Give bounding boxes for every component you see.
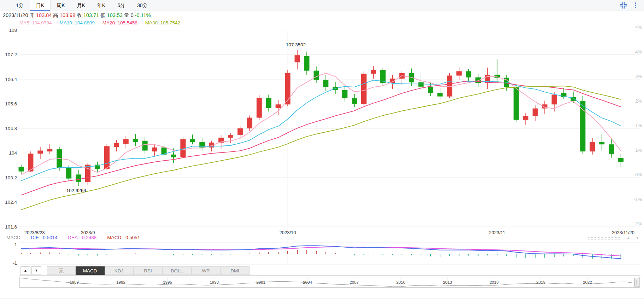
scrubber-year-2007: 2007 — [350, 280, 359, 284]
svg-text:106.4: 106.4 — [5, 77, 17, 82]
scrubber-year-1998: 1998 — [210, 280, 219, 284]
macd-dif-value: DIF: -0.5014 — [31, 235, 58, 240]
svg-text:104: 104 — [9, 150, 17, 156]
svg-text:108: 108 — [9, 28, 17, 33]
svg-text:1%: 1% — [635, 148, 642, 153]
scrubber-year-2019: 2019 — [536, 280, 545, 284]
svg-text:3%: 3% — [635, 74, 642, 79]
history-mini-chart — [20, 277, 639, 287]
indicator-toolbar: ▲ ▼ 无MACDKDJRSIBOLLWRDMI — [21, 266, 250, 275]
svg-text:104.8: 104.8 — [5, 126, 17, 131]
svg-text:102.4: 102.4 — [5, 200, 17, 205]
svg-text:103.2: 103.2 — [5, 175, 17, 180]
svg-text:-2%: -2% — [634, 221, 642, 226]
svg-text:4%: 4% — [635, 49, 642, 54]
svg-text:-1: -1 — [13, 261, 17, 266]
scrubber-year-2010: 2010 — [396, 280, 405, 284]
indicator-tab-无[interactable]: 无 — [47, 266, 76, 275]
mini-up-triangle[interactable]: ▲ — [626, 236, 630, 240]
scrubber-year-2013: 2013 — [443, 280, 452, 284]
scrubber-year-2016: 2016 — [490, 280, 499, 284]
svg-text:1: 1 — [14, 242, 17, 247]
candlestick-chart[interactable]: 1084%107.24%106.43%105.62%104.81%1041%10… — [0, 0, 644, 266]
stock-chart-page: { "toolbar": { "tabs": ["1分","日K","周K","… — [0, 0, 644, 300]
scrubber-year-2001: 2001 — [256, 280, 265, 284]
indicator-tab-BOLL[interactable]: BOLL — [163, 266, 192, 275]
svg-text:101.6: 101.6 — [5, 224, 17, 230]
svg-text:2023/11/20: 2023/11/20 — [612, 230, 634, 235]
indicator-tab-WR[interactable]: WR — [192, 266, 221, 275]
svg-text:2023/8/23: 2023/8/23 — [24, 230, 45, 235]
indicator-tab-DMI[interactable]: DMI — [221, 266, 250, 275]
macd-panel-label: MACD — [6, 235, 21, 240]
scrubber-year-1992: 1992 — [116, 280, 125, 284]
svg-text:2023/11: 2023/11 — [489, 230, 505, 235]
history-scrubber[interactable]: 1989199219951998200120042007201020132016… — [19, 277, 640, 288]
indicator-tab-RSI[interactable]: RSI — [134, 266, 163, 275]
svg-text:2%: 2% — [635, 98, 642, 104]
indicator-down-button[interactable]: ▼ — [31, 266, 41, 275]
drag-handle-dots[interactable] — [588, 237, 622, 240]
svg-text:4%: 4% — [635, 24, 642, 30]
svg-text:0%: 0% — [635, 172, 642, 177]
bottom-border — [0, 299, 644, 299]
indicator-tab-KDJ[interactable]: KDJ — [105, 266, 134, 275]
scrubber-year-2004: 2004 — [303, 280, 312, 284]
scrubber-year-2022: 2022 — [583, 280, 592, 284]
indicator-up-button[interactable]: ▲ — [21, 266, 30, 275]
scrubber-year-1995: 1995 — [163, 280, 172, 284]
svg-text:2023/10: 2023/10 — [280, 230, 296, 235]
macd-macd-value: MACD: -0.5051 — [107, 235, 140, 240]
svg-text:107.2: 107.2 — [5, 52, 17, 57]
svg-text:102.9264: 102.9264 — [66, 188, 86, 193]
svg-text:107.3502: 107.3502 — [286, 42, 306, 47]
divider — [19, 276, 640, 276]
svg-text:105.6: 105.6 — [5, 101, 17, 106]
indicator-tab-MACD[interactable]: MACD — [76, 266, 105, 275]
scrubber-year-1989: 1989 — [70, 280, 79, 284]
indicator-tabs: 无MACDKDJRSIBOLLWRDMI — [47, 266, 250, 275]
svg-text:2023/9: 2023/9 — [81, 230, 95, 235]
svg-text:-1%: -1% — [634, 197, 642, 202]
macd-dea-value: DEA: -0.2488 — [68, 235, 96, 240]
svg-text:1%: 1% — [635, 123, 642, 128]
mini-down-triangle[interactable]: ▼ — [636, 236, 639, 240]
scrubber-handle[interactable] — [634, 278, 639, 287]
macd-values-bar: MACD DIF: -0.5014 DEA: -0.2488 MACD: -0.… — [6, 235, 149, 240]
